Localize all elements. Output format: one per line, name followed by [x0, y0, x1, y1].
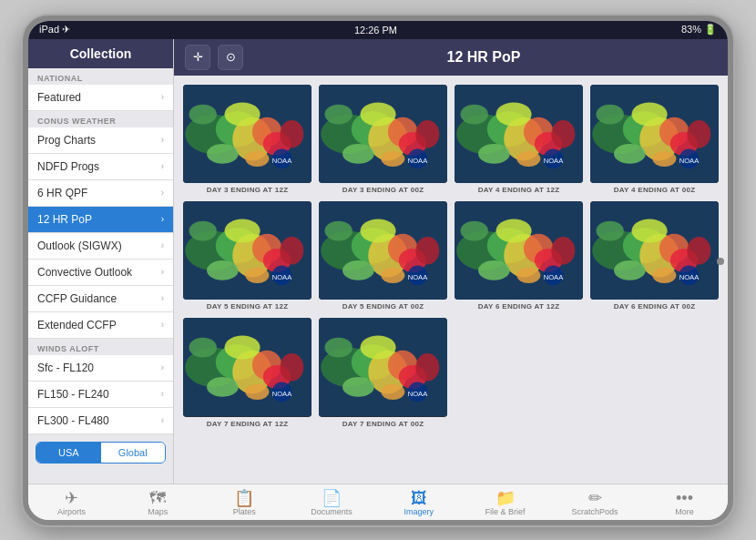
sidebar-item-convective-outlook[interactable]: Convective Outlook›: [28, 260, 173, 286]
ipad-frame: iPad ✈ 12:26 PM 83% 🔋 Collection NATIONA…: [23, 15, 733, 525]
svg-point-36: [516, 150, 540, 166]
svg-point-127: [381, 384, 404, 400]
tab-label-maps: Maps: [148, 507, 168, 516]
grid-item-day7-12z[interactable]: NOAADAY 7 ENDING AT 12Z: [183, 318, 312, 427]
svg-point-100: [597, 221, 624, 241]
svg-text:NOAA: NOAA: [679, 156, 700, 164]
svg-point-101: [652, 268, 676, 283]
svg-point-6: [225, 102, 261, 126]
documents-icon: 📄: [322, 490, 342, 506]
svg-point-75: [381, 268, 404, 283]
status-right: 83% 🔋: [681, 24, 717, 36]
weather-map-day6-12z: NOAA: [455, 201, 583, 300]
tab-imagery[interactable]: 🖼Imagery: [392, 488, 446, 518]
grid-item-day4-12z[interactable]: NOAADAY 4 ENDING AT 12Z: [455, 85, 583, 194]
svg-point-58: [225, 219, 261, 242]
tab-maps[interactable]: 🗺Maps: [130, 488, 185, 518]
grid-item-day5-00z[interactable]: NOAADAY 5 ENDING AT 00Z: [319, 201, 447, 311]
device-wrapper: iPad ✈ 12:26 PM 83% 🔋 Collection NATIONA…: [0, 0, 756, 540]
toggle-usa[interactable]: USA: [36, 443, 101, 463]
sidebar-item-ndfd-progs[interactable]: NDFD Progs›: [28, 154, 173, 180]
sidebar-item-ccfp-guidance[interactable]: CCFP Guidance›: [28, 286, 173, 312]
svg-point-35: [461, 104, 488, 124]
image-grid: NOAADAY 3 ENDING AT 12ZNOAADAY 3 ENDING …: [174, 76, 728, 484]
svg-point-86: [551, 237, 575, 264]
grid-item-day7-00z[interactable]: NOAADAY 7 ENDING AT 00Z: [319, 318, 447, 427]
tab-label-plates: Plates: [233, 507, 256, 516]
chevron-icon: ›: [161, 362, 164, 372]
content-header: ✛ ⊙ 12 HR PoP: [174, 39, 728, 76]
sidebar-item-label: 12 HR PoP: [37, 213, 92, 226]
chevron-icon: ›: [161, 415, 164, 425]
grid-item-day3-12z[interactable]: NOAADAY 3 ENDING AT 12Z: [183, 85, 312, 194]
grid-item-day5-12z[interactable]: NOAADAY 5 ENDING AT 12Z: [183, 201, 312, 311]
plates-icon: 📋: [234, 490, 254, 506]
grid-item-day4-00z[interactable]: NOAADAY 4 ENDING AT 00Z: [590, 85, 719, 194]
sidebar-item-extended-ccfp[interactable]: Extended CCFP›: [28, 312, 173, 339]
grid-item-day3-00z[interactable]: NOAADAY 3 ENDING AT 00Z: [319, 85, 447, 194]
svg-text:NOAA: NOAA: [408, 390, 428, 398]
sidebar-item-sfc-fl120[interactable]: Sfc - FL120›: [28, 355, 173, 382]
weather-map-day6-00z: NOAA: [590, 201, 719, 300]
toggle-global[interactable]: Global: [101, 443, 166, 463]
svg-point-126: [325, 338, 352, 358]
svg-point-73: [415, 237, 439, 264]
maps-icon: 🗺: [149, 490, 166, 506]
svg-point-23: [381, 150, 404, 166]
svg-point-46: [614, 144, 646, 164]
svg-point-20: [342, 144, 374, 164]
svg-point-47: [687, 120, 710, 148]
airports-icon: ✈: [65, 490, 78, 506]
sidebar-section-label: WINDS ALOFT: [28, 339, 173, 355]
tab-file-brief[interactable]: 📁File & Brief: [478, 488, 533, 518]
weather-map-day3-12z: NOAA: [183, 85, 312, 183]
svg-point-59: [207, 260, 239, 280]
scratchpads-icon: ✏: [588, 490, 602, 506]
svg-text:NOAA: NOAA: [272, 390, 292, 398]
chevron-icon: ›: [161, 161, 164, 171]
grid-item-day6-00z[interactable]: NOAADAY 6 ENDING AT 00Z: [590, 201, 719, 311]
ipad-label: iPad ✈: [39, 24, 70, 36]
sidebar-item-prog-charts[interactable]: Prog Charts›: [28, 127, 173, 154]
sidebar-item-label: FL300 - FL480: [37, 414, 109, 427]
svg-point-125: [415, 353, 439, 381]
sidebar-section-label: NATIONAL: [28, 68, 173, 85]
sidebar-toggle[interactable]: USA Global: [36, 442, 166, 464]
svg-point-32: [496, 102, 532, 126]
grid-item-day6-12z[interactable]: NOAADAY 6 ENDING AT 12Z: [455, 201, 583, 311]
tab-scratchpads[interactable]: ✏ScratchPods: [565, 488, 626, 518]
sidebar-item-outlook-sigwx[interactable]: Outlook (SIGWX)›: [28, 233, 173, 260]
grid-item-label: DAY 6 ENDING AT 00Z: [614, 302, 696, 311]
crosshair-button[interactable]: ✛: [185, 45, 210, 70]
chevron-icon: ›: [161, 135, 164, 145]
sidebar-item-label: Extended CCFP: [37, 319, 117, 331]
grid-item-label: DAY 6 ENDING AT 12Z: [478, 302, 560, 311]
tab-airports[interactable]: ✈Airports: [44, 488, 98, 518]
svg-point-74: [325, 221, 352, 241]
status-time: 12:26 PM: [354, 25, 397, 36]
svg-text:NOAA: NOAA: [272, 273, 292, 281]
svg-point-99: [687, 237, 710, 264]
tab-label-more: More: [675, 507, 694, 516]
sidebar-item-label: NDFD Progs: [37, 160, 99, 173]
svg-point-19: [361, 102, 396, 126]
tab-more[interactable]: •••More: [657, 488, 711, 518]
sidebar-item-label: Featured: [37, 91, 81, 104]
svg-text:NOAA: NOAA: [272, 156, 292, 164]
tab-plates[interactable]: 📋Plates: [217, 488, 271, 518]
grid-item-label: DAY 3 ENDING AT 12Z: [207, 186, 289, 194]
svg-point-21: [415, 120, 439, 148]
svg-point-22: [325, 104, 352, 124]
sidebar-item-12hr-pop[interactable]: 12 HR PoP›: [28, 207, 173, 233]
svg-point-9: [189, 104, 217, 124]
svg-point-71: [361, 219, 396, 242]
sidebar-item-fl150-fl240[interactable]: FL150 - FL240›: [28, 382, 173, 408]
svg-text:NOAA: NOAA: [408, 273, 428, 281]
more-icon: •••: [676, 490, 693, 506]
svg-point-60: [280, 237, 303, 264]
sidebar-item-6hr-qpf[interactable]: 6 HR QPF›: [28, 180, 173, 207]
sidebar-item-featured[interactable]: Featured›: [28, 85, 173, 111]
sidebar-item-fl300-fl480[interactable]: FL300 - FL480›: [28, 408, 173, 434]
tab-documents[interactable]: 📄Documents: [303, 488, 360, 518]
clock-button[interactable]: ⊙: [218, 45, 243, 70]
